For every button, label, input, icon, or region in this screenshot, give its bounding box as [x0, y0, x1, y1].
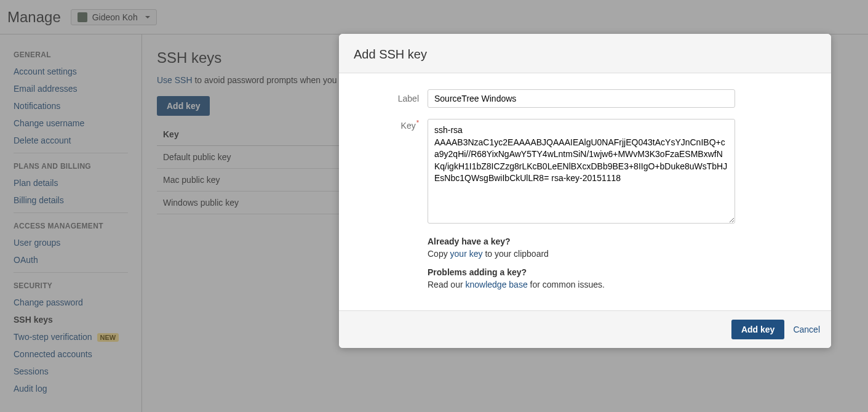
- modal-title: Add SSH key: [354, 47, 816, 62]
- modal-header: Add SSH key: [339, 34, 831, 73]
- help-problems-heading: Problems adding a key?: [428, 267, 816, 277]
- key-field-label: Key*: [354, 119, 428, 131]
- modal-cancel-link[interactable]: Cancel: [793, 325, 820, 334]
- label-input[interactable]: [428, 89, 735, 108]
- knowledge-base-link[interactable]: knowledge base: [465, 280, 527, 289]
- modal-add-key-button[interactable]: Add key: [731, 320, 784, 339]
- key-textarea[interactable]: [428, 119, 735, 224]
- modal-body: Label Key* Already have a key? Copy your…: [339, 73, 831, 310]
- help-already-text: Copy your key to your clipboard: [428, 249, 816, 259]
- help-problems-text: Read our knowledge base for common issue…: [428, 280, 816, 289]
- help-already-heading: Already have a key?: [428, 236, 816, 246]
- label-field-label: Label: [354, 94, 428, 103]
- modal-footer: Add key Cancel: [339, 310, 831, 348]
- your-key-link[interactable]: your key: [450, 249, 483, 259]
- add-ssh-key-modal: Add SSH key Label Key* Already have a ke…: [339, 34, 831, 348]
